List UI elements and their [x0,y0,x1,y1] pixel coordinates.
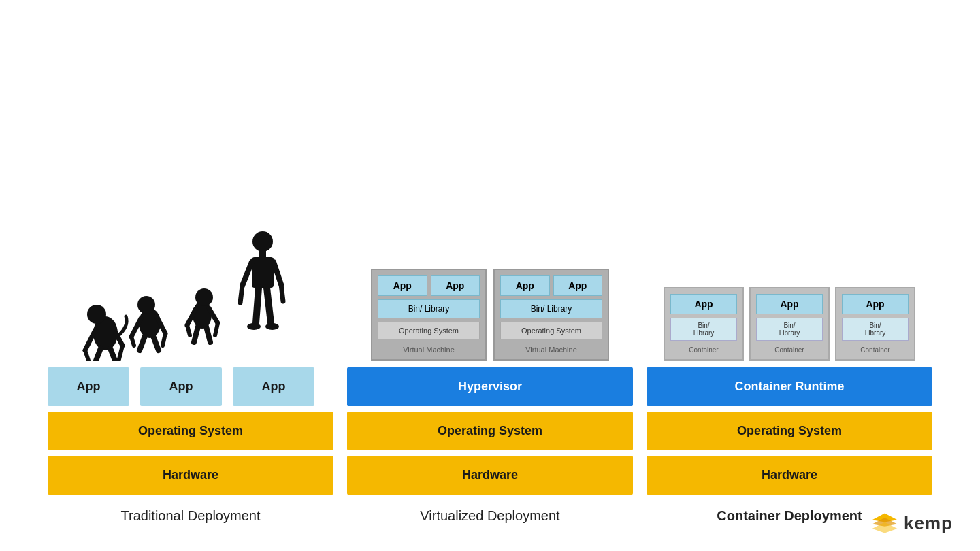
svg-point-17 [195,288,213,306]
container-box-3: App Bin/Library Container [835,287,915,361]
vm2-app2: App [553,276,603,296]
svg-line-27 [242,262,252,286]
svg-line-6 [94,348,101,361]
traditional-column: App App App Operating System Hardware Tr… [48,211,333,524]
vm2-app1: App [500,276,550,296]
traditional-hw-layer: Hardware [48,456,333,495]
c1-app: App [670,294,737,314]
svg-line-21 [215,323,218,335]
vm-box-1: App App Bin/ Library Operating System Vi… [371,269,487,361]
container-hw-layer: Hardware [647,456,932,495]
c1-bin: Bin/Library [670,318,737,341]
kemp-logo-icon [871,512,898,534]
virtualized-column: App App Bin/ Library Operating System Vi… [347,211,633,524]
c3-bin: Bin/Library [842,318,909,341]
svg-line-28 [240,286,242,303]
svg-line-30 [281,284,283,301]
traditional-title: Traditional Deployment [121,508,261,524]
svg-point-24 [252,231,273,252]
vm1-app1: App [378,276,427,296]
hypervisor-layer: Hypervisor [347,367,633,406]
svg-line-14 [140,336,145,350]
svg-line-22 [194,327,198,342]
container-box-1: App Bin/Library Container [664,287,744,361]
c2-label: Container [756,346,823,354]
svg-line-11 [131,337,134,346]
c2-bin: Bin/Library [756,318,823,341]
svg-line-31 [256,288,259,323]
vm1-bin: Bin/ Library [378,299,480,318]
svg-line-23 [206,327,210,342]
kemp-logo-text: kemp [904,513,953,534]
svg-line-13 [163,333,165,346]
vm-box-2: App App Bin/ Library Operating System Vi… [493,269,609,361]
svg-line-15 [153,336,159,350]
svg-line-2 [85,330,95,350]
c3-label: Container [842,346,909,354]
svg-line-19 [187,325,190,335]
container-title: Container Deployment [717,508,862,524]
traditional-app-3: App [233,367,314,406]
evolution-illustration [48,211,333,361]
vm1-os: Operating System [378,322,480,339]
container-runtime-layer: Container Runtime [647,367,932,406]
vm1-label: Virtual Machine [378,346,480,354]
virtualized-os-layer: Operating System [347,412,633,450]
container-box-2: App Bin/Library Container [749,287,830,361]
container-os-layer: Operating System [647,412,932,450]
svg-line-3 [85,350,88,361]
svg-rect-25 [259,250,266,257]
svg-point-33 [247,323,261,330]
container-column: App Bin/Library Container App Bin/Librar… [647,211,932,524]
vm-illustration: App App Bin/ Library Operating System Vi… [347,211,633,361]
traditional-os-layer: Operating System [48,412,333,450]
container-illustration: App Bin/Library Container App Bin/Librar… [664,287,915,361]
c3-app: App [842,294,909,314]
traditional-app-1: App [48,367,129,406]
svg-line-32 [267,288,271,323]
svg-point-1 [87,305,106,324]
virtualized-hw-layer: Hardware [347,456,633,495]
vm2-label: Virtual Machine [500,346,602,354]
main-container: App App App Operating System Hardware Tr… [0,0,980,551]
kemp-logo: kemp [871,512,953,534]
traditional-app-2: App [140,367,222,406]
c2-app: App [756,294,823,314]
svg-line-5 [119,346,122,359]
c1-label: Container [670,346,737,354]
virtualized-title: Virtualized Deployment [420,508,559,524]
virtualized-stack: Hypervisor Operating System Hardware [347,367,633,495]
container-illustration-area: App Bin/Library Container App Bin/Librar… [647,211,932,361]
svg-line-29 [274,262,281,284]
container-stack: Container Runtime Operating System Hardw… [647,367,932,495]
vm1-app2: App [431,276,480,296]
vm2-bin: Bin/ Library [500,299,602,318]
svg-line-7 [110,348,117,361]
svg-point-34 [265,323,279,330]
vm2-os: Operating System [500,322,602,339]
traditional-stack: Operating System Hardware [48,412,333,495]
traditional-apps-row: App App App [48,367,333,406]
svg-point-9 [137,296,155,314]
svg-rect-26 [252,257,274,288]
